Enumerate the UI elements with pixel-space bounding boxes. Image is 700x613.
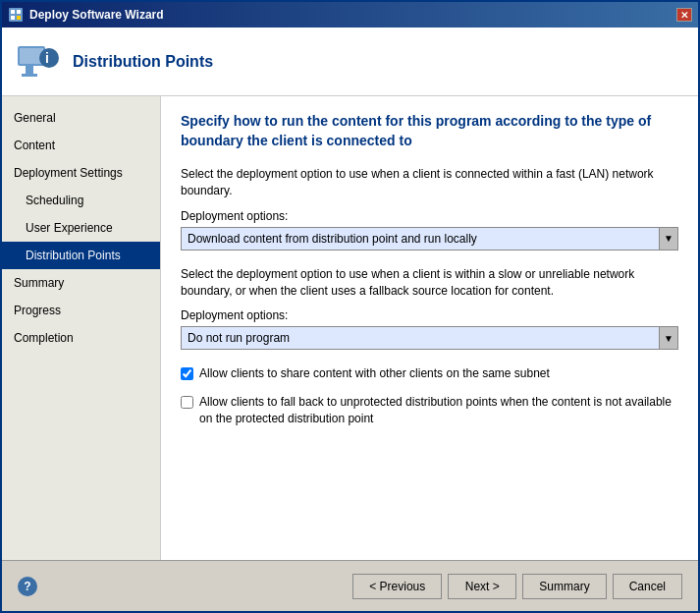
checkbox2-row: Allow clients to fall back to unprotecte… <box>181 394 678 427</box>
checkbox1-row: Allow clients to share content with othe… <box>181 365 678 382</box>
svg-rect-8 <box>22 74 37 77</box>
fast-dropdown-wrapper: Download content from distribution point… <box>181 227 678 251</box>
content-title: Specify how to run the content for this … <box>181 112 678 150</box>
slow-network-text: Select the deployment option to use when… <box>181 266 678 300</box>
fast-network-text: Select the deployment option to use when… <box>181 166 678 199</box>
sidebar-item-summary[interactable]: Summary <box>2 269 160 297</box>
sidebar-item-general[interactable]: General <box>2 104 160 132</box>
svg-rect-1 <box>11 10 15 14</box>
fast-deployment-label: Deployment options: <box>181 209 678 223</box>
main-area: General Content Deployment Settings Sche… <box>2 96 698 560</box>
svg-rect-2 <box>17 10 21 14</box>
allow-share-label: Allow clients to share content with othe… <box>199 365 550 382</box>
next-button[interactable]: Next > <box>448 574 516 599</box>
header-title: Distribution Points <box>73 53 213 71</box>
svg-rect-4 <box>17 16 21 20</box>
cancel-button[interactable]: Cancel <box>613 574 682 599</box>
slow-dropdown-wrapper: Do not run program Download content from… <box>181 326 678 350</box>
footer-buttons: < Previous Next > Summary Cancel <box>352 574 682 599</box>
header-area: i Distribution Points <box>2 28 698 96</box>
svg-rect-7 <box>26 66 33 74</box>
content-area: Specify how to run the content for this … <box>161 96 698 560</box>
title-bar-left: Deploy Software Wizard <box>8 7 164 23</box>
fast-deployment-dropdown[interactable]: Download content from distribution point… <box>181 227 678 251</box>
window-title: Deploy Software Wizard <box>29 8 164 22</box>
main-window: Deploy Software Wizard ✕ i Distribution … <box>0 0 700 613</box>
sidebar-item-progress[interactable]: Progress <box>2 297 160 324</box>
allow-fallback-label: Allow clients to fall back to unprotecte… <box>199 394 678 427</box>
slow-deployment-label: Deployment options: <box>181 308 678 322</box>
wizard-icon <box>8 7 24 23</box>
slow-deployment-dropdown[interactable]: Do not run program Download content from… <box>181 326 678 350</box>
help-icon[interactable]: ? <box>18 577 37 596</box>
sidebar-item-content[interactable]: Content <box>2 132 160 159</box>
sidebar-item-distribution-points[interactable]: Distribution Points <box>2 242 160 269</box>
previous-button[interactable]: < Previous <box>352 574 442 599</box>
sidebar-item-scheduling[interactable]: Scheduling <box>2 187 160 214</box>
title-bar: Deploy Software Wizard ✕ <box>2 2 698 28</box>
sidebar-item-deployment-settings[interactable]: Deployment Settings <box>2 159 160 187</box>
footer-left: ? <box>18 577 37 596</box>
sidebar-item-completion[interactable]: Completion <box>2 324 160 352</box>
footer: ? < Previous Next > Summary Cancel <box>2 560 698 611</box>
header-icon: i <box>14 38 61 85</box>
svg-text:i: i <box>45 50 49 66</box>
sidebar: General Content Deployment Settings Sche… <box>2 96 161 560</box>
allow-share-checkbox[interactable] <box>181 367 193 380</box>
close-button[interactable]: ✕ <box>676 8 692 22</box>
svg-point-9 <box>39 48 59 68</box>
allow-fallback-checkbox[interactable] <box>181 396 193 409</box>
sidebar-item-user-experience[interactable]: User Experience <box>2 214 160 242</box>
summary-button[interactable]: Summary <box>522 574 606 599</box>
svg-rect-3 <box>11 16 15 20</box>
